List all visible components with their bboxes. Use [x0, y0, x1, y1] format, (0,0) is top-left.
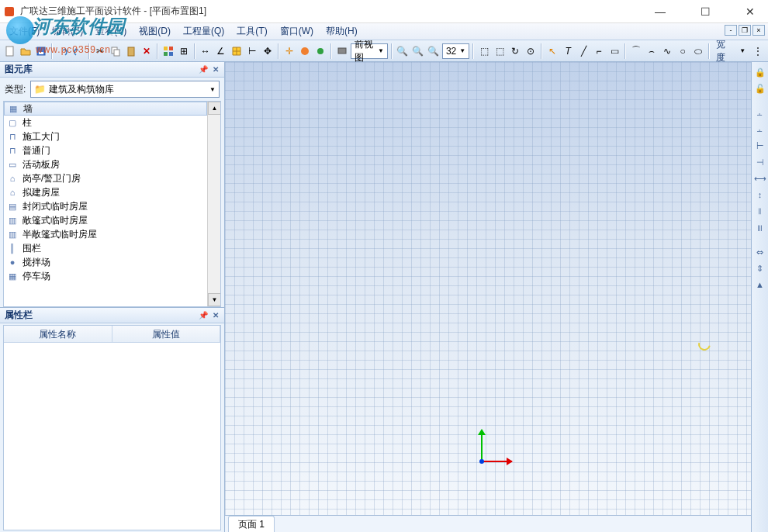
element-item[interactable]: ▥敞篷式临时房屋 [4, 213, 207, 227]
zoom-input[interactable]: 32▼ [442, 43, 469, 59]
element-item[interactable]: ⊓普通门 [4, 143, 207, 157]
line-button[interactable]: ╱ [576, 43, 590, 60]
copy-button[interactable] [109, 43, 123, 60]
menu-quantity[interactable]: 工程量(Q) [177, 23, 230, 40]
mirror-icon[interactable]: ▲ [753, 278, 767, 292]
menu-edit[interactable]: 编辑(E) [46, 23, 89, 40]
menu-tool[interactable]: 工具(T) [230, 23, 273, 40]
measure-button[interactable]: ⊢ [245, 43, 259, 60]
prop-pin-button[interactable]: 📌 [198, 309, 209, 320]
zoom-in-button[interactable]: 🔍 [396, 43, 410, 60]
grid-button[interactable] [230, 43, 244, 60]
mdi-restore-button[interactable]: ❐ [739, 25, 751, 36]
scroll-down-button[interactable]: ▼ [208, 293, 221, 306]
menu-view2[interactable]: 视图(D) [133, 23, 177, 40]
element-label: 围栏 [22, 242, 41, 255]
element-item[interactable]: ⌂拟建房屋 [4, 185, 207, 199]
type-select[interactable]: 📁 建筑及构筑物库 ▼ [30, 81, 220, 98]
svg-point-11 [301, 47, 309, 55]
menu-view[interactable]: 查看(V) [89, 23, 133, 40]
new-button[interactable] [3, 43, 17, 60]
align-center-v-icon[interactable]: ↕ [753, 188, 767, 202]
width-dropdown[interactable]: ▼ [735, 43, 749, 60]
lock-icon[interactable]: 🔒 [753, 65, 767, 79]
rotate-view-button[interactable]: ↻ [508, 43, 522, 60]
page-tab-1[interactable]: 页面 1 [228, 516, 275, 533]
panel-pin-button[interactable]: 📌 [198, 64, 209, 74]
drawing-canvas[interactable] [225, 62, 751, 515]
circle-button[interactable]: ○ [676, 43, 690, 60]
display-button[interactable] [335, 43, 349, 60]
prop-close-button[interactable]: ✕ [210, 309, 221, 320]
svg-rect-13 [338, 48, 346, 54]
close-button[interactable]: ✕ [732, 0, 768, 23]
scroll-up-button[interactable]: ▲ [208, 102, 221, 115]
zoom-out-button[interactable]: 🔍 [411, 43, 425, 60]
element-item[interactable]: ║围栏 [4, 241, 207, 255]
dim-button[interactable]: ↔ [199, 43, 213, 60]
element-item[interactable]: ▥半敞篷式临时房屋 [4, 227, 207, 241]
element-label: 活动板房 [22, 158, 60, 171]
align-center-h-icon[interactable]: ⟷ [753, 171, 767, 185]
point-button[interactable] [313, 43, 327, 60]
element-item[interactable]: ⊓施工大门 [4, 130, 207, 143]
align-left-icon[interactable]: ⊢ [753, 139, 767, 153]
snap-button[interactable]: ⊞ [177, 43, 191, 60]
polyline-button[interactable]: ⌐ [592, 43, 606, 60]
text-button[interactable]: T [561, 43, 575, 60]
view-select[interactable]: 前视图▼ [351, 43, 388, 59]
more-button[interactable]: ⋮ [751, 43, 765, 60]
marker-button[interactable] [298, 43, 312, 60]
align-right-icon[interactable]: ⊣ [753, 155, 767, 169]
align-top-icon[interactable]: ⫠ [753, 106, 767, 120]
rect-button[interactable]: ▭ [607, 43, 621, 60]
ellipse-button[interactable]: ⬭ [691, 43, 705, 60]
crosshair-button[interactable]: ✛ [282, 43, 296, 60]
element-item[interactable]: ▢柱 [4, 116, 207, 130]
menu-window[interactable]: 窗口(W) [274, 23, 320, 40]
canvas-area: 页面 1 [225, 62, 751, 532]
maximize-button[interactable]: ☐ [687, 0, 723, 23]
paste-button[interactable] [124, 43, 138, 60]
element-item[interactable]: ⌂岗亭/警卫门房 [4, 171, 207, 185]
open-button[interactable] [19, 43, 33, 60]
element-item[interactable]: ▦墙 [4, 102, 207, 116]
zoom-fit-button[interactable]: 🔍 [427, 43, 441, 60]
arc2-button[interactable]: ⌢ [645, 43, 659, 60]
element-icon: ⊓ [7, 131, 18, 142]
element-item[interactable]: ▦停车场 [4, 269, 207, 283]
pan-button[interactable]: ✥ [261, 43, 275, 60]
menu-help[interactable]: 帮助(H) [320, 23, 364, 40]
folder-icon: 📁 [34, 84, 46, 95]
element-item[interactable]: ▭活动板房 [4, 157, 207, 171]
select-window-button[interactable]: ⬚ [493, 43, 507, 60]
select-button[interactable]: ⬚ [477, 43, 491, 60]
angle-button[interactable]: ∠ [214, 43, 228, 60]
distribute-h-icon[interactable]: ⫴ [753, 204, 767, 218]
flip-v-icon[interactable]: ⇕ [753, 261, 767, 275]
svg-rect-6 [128, 47, 134, 56]
element-item[interactable]: ●搅拌场 [4, 255, 207, 269]
layer-button[interactable] [161, 43, 175, 60]
save-button[interactable] [34, 43, 48, 60]
delete-button[interactable]: ✕ [140, 43, 154, 60]
element-item[interactable]: ▤封闭式临时房屋 [4, 199, 207, 213]
curve-button[interactable]: ∿ [660, 43, 674, 60]
mdi-minimize-button[interactable]: - [725, 25, 737, 36]
element-lib-header: 图元库 📌 ✕ [0, 62, 224, 78]
minimize-button[interactable]: — [642, 0, 678, 23]
unlock-icon[interactable]: 🔓 [753, 81, 767, 95]
pointer-button[interactable]: ↖ [545, 43, 559, 60]
align-bottom-icon[interactable]: ⫠ [753, 123, 767, 136]
undo-button[interactable] [56, 43, 70, 60]
menu-file[interactable]: 文件(F) [3, 23, 46, 40]
distribute-v-icon[interactable]: ⫼ [753, 220, 767, 234]
flip-h-icon[interactable]: ⇔ [753, 245, 767, 259]
arc-button[interactable]: ⌒ [629, 43, 643, 60]
list-scrollbar[interactable]: ▲ ▼ [207, 102, 220, 306]
mdi-close-button[interactable]: × [752, 25, 765, 36]
orbit-button[interactable]: ⊙ [524, 43, 538, 60]
panel-close-button[interactable]: ✕ [210, 64, 221, 74]
cut-button[interactable]: ✂ [93, 43, 107, 60]
redo-button[interactable] [71, 43, 85, 60]
